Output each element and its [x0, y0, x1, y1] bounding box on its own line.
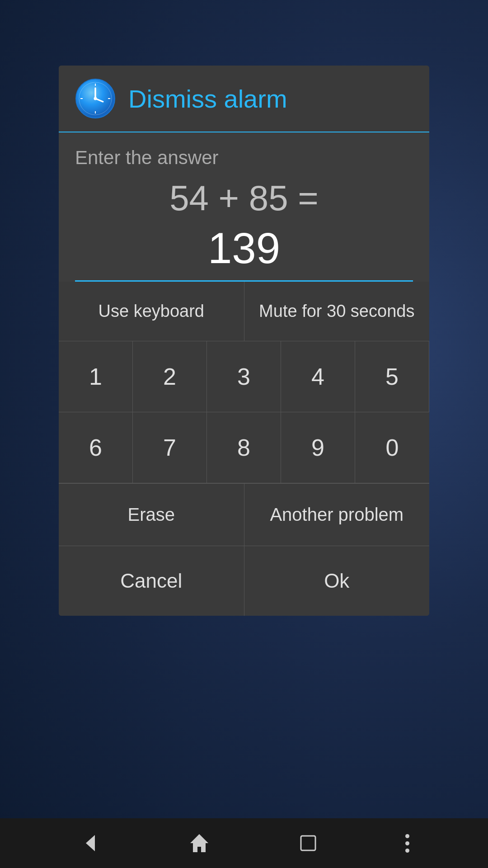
clock-icon	[75, 78, 116, 119]
num-4-button[interactable]: 4	[281, 341, 355, 412]
home-icon	[188, 831, 211, 855]
back-button[interactable]	[71, 824, 109, 862]
prompt-text: Enter the answer	[75, 147, 413, 169]
more-button[interactable]	[398, 827, 417, 860]
mute-button[interactable]: Mute for 30 seconds	[244, 282, 430, 341]
bottom-action-row: Erase Another problem	[59, 484, 429, 546]
navigation-bar	[0, 818, 488, 868]
svg-rect-11	[301, 836, 315, 850]
number-grid: 1 2 3 4 5 6 7 8 9 0	[59, 341, 429, 484]
num-5-button[interactable]: 5	[355, 341, 429, 412]
home-button[interactable]	[180, 824, 218, 862]
num-6-button[interactable]: 6	[59, 412, 133, 483]
svg-marker-10	[190, 834, 208, 852]
dialog-title: Dismiss alarm	[128, 84, 287, 113]
num-1-button[interactable]: 1	[59, 341, 133, 412]
final-row: Cancel Ok	[59, 546, 429, 616]
erase-button[interactable]: Erase	[59, 484, 244, 546]
svg-point-4	[94, 97, 97, 100]
another-problem-button[interactable]: Another problem	[244, 484, 430, 546]
num-7-button[interactable]: 7	[133, 412, 207, 483]
recents-button[interactable]	[289, 824, 327, 862]
dismiss-alarm-dialog: Dismiss alarm Enter the answer 54 + 85 =…	[59, 66, 429, 616]
math-problem: 54 + 85 =	[75, 178, 413, 219]
num-2-button[interactable]: 2	[133, 341, 207, 412]
num-8-button[interactable]: 8	[207, 412, 281, 483]
svg-marker-9	[86, 835, 95, 851]
top-buttons-row: Use keyboard Mute for 30 seconds	[59, 282, 429, 341]
back-icon	[79, 831, 102, 855]
ok-button[interactable]: Ok	[244, 546, 430, 616]
num-9-button[interactable]: 9	[281, 412, 355, 483]
recents-icon	[296, 831, 320, 855]
use-keyboard-button[interactable]: Use keyboard	[59, 282, 244, 341]
num-3-button[interactable]: 3	[207, 341, 281, 412]
answer-display: 139	[75, 223, 413, 282]
cancel-button[interactable]: Cancel	[59, 546, 244, 616]
keypad-section: Use keyboard Mute for 30 seconds 1 2 3 4…	[59, 282, 429, 616]
more-icon	[405, 834, 409, 853]
num-0-button[interactable]: 0	[355, 412, 429, 483]
dialog-body: Enter the answer 54 + 85 = 139	[59, 132, 429, 282]
dialog-header: Dismiss alarm	[59, 66, 429, 132]
